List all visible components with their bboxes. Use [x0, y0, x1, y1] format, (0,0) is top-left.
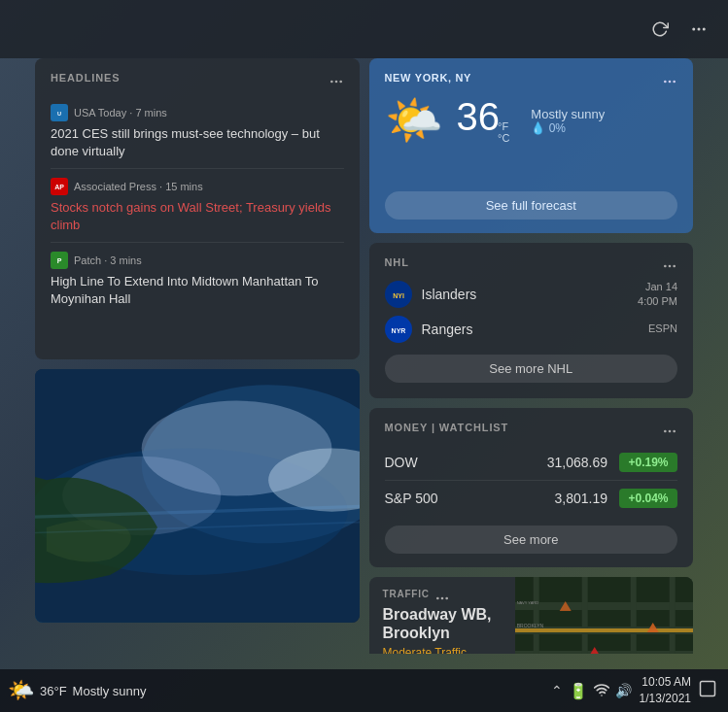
clock-date: 1/13/2021 — [640, 691, 691, 707]
source-name: Patch · 3 mins — [74, 254, 142, 266]
weather-condition: Mostly sunny — [531, 107, 605, 121]
taskbar-system-icons: ⌃ 🔋 🔊 — [551, 682, 632, 700]
image-news-card[interactable]: B Bloomberg · 6 mins As Polar Vortex Sti… — [35, 369, 360, 623]
headline-item[interactable]: U USA Today · 7 mins 2021 CES still brin… — [51, 95, 344, 169]
headline-text: High Line To Extend Into Midtown Manhatt… — [51, 273, 344, 307]
svg-text:NYR: NYR — [391, 327, 405, 334]
sp500-name: S&P 500 — [385, 491, 555, 506]
taskbar-left: 🌤️ 36°F Mostly sunny — [8, 678, 146, 703]
taskbar-weather-icon: 🌤️ — [8, 678, 34, 703]
svg-rect-50 — [701, 682, 715, 696]
weather-main: 🌤️ 36 °F °C Mostly sunny 💧 0% — [385, 93, 678, 148]
weather-temp: 36 — [457, 97, 501, 136]
svg-text:P: P — [57, 257, 62, 264]
svg-point-35 — [445, 597, 448, 600]
svg-point-2 — [703, 28, 706, 31]
svg-point-0 — [692, 28, 695, 31]
battery-icon: 🔋 — [569, 682, 588, 700]
team2-name: Rangers — [422, 322, 649, 337]
taskbar-temp: 36°F — [40, 684, 67, 698]
svg-point-24 — [669, 265, 672, 268]
clock-time: 10:05 AM — [640, 674, 691, 691]
headline-text: Stocks notch gains on Wall Street; Treas… — [51, 199, 344, 233]
headlines-title: HEADLINES — [51, 72, 344, 84]
money-card: MONEY | WATCHLIST DOW 31,068.69 +0.19% S… — [369, 408, 694, 567]
traffic-status: Moderate Traffic — [383, 646, 518, 654]
rangers-logo: NYR — [385, 316, 412, 343]
nhl-game-info: Jan 14 4:00 PM — [638, 280, 677, 310]
nhl-game: NYI Islanders Jan 14 4:00 PM NYR — [385, 280, 678, 343]
source-name: Associated Press · 15 mins — [74, 181, 203, 192]
wifi-icon — [594, 683, 609, 699]
weather-icon: 🌤️ — [385, 93, 443, 148]
svg-text:U: U — [57, 111, 61, 117]
svg-point-34 — [441, 597, 444, 600]
speaker-icon[interactable]: 🔊 — [615, 683, 632, 698]
svg-point-21 — [669, 81, 672, 84]
weather-location: NEW YORK, NY — [385, 72, 678, 84]
news-image — [35, 369, 360, 623]
source-name: USA Today · 7 mins — [74, 107, 167, 119]
refresh-button[interactable] — [646, 16, 674, 43]
svg-point-20 — [664, 81, 667, 84]
headline-item[interactable]: AP Associated Press · 15 mins Stocks not… — [51, 169, 344, 243]
chevron-up-icon[interactable]: ⌃ — [551, 683, 563, 698]
dow-value: 31,068.69 — [547, 455, 607, 470]
headline-item[interactable]: P Patch · 3 mins High Line To Extend Int… — [51, 243, 344, 316]
traffic-map: BROOKLYN NAVY YARD — [515, 577, 693, 654]
headline-text: 2021 CES still brings must-see technolog… — [51, 125, 344, 159]
svg-point-3 — [330, 81, 333, 84]
sp500-value: 3,801.19 — [555, 491, 608, 506]
svg-point-30 — [664, 430, 667, 433]
traffic-card: TRAFFIC Broadway WB, Brooklyn Moderate T… — [369, 577, 694, 654]
weather-menu[interactable] — [658, 70, 681, 93]
nhl-card: NHL NYI Islanders Jan 14 4:00 PM — [369, 243, 694, 398]
see-more-nhl-button[interactable]: See more NHL — [385, 355, 678, 383]
dow-name: DOW — [385, 455, 547, 470]
traffic-street: Broadway WB, Brooklyn — [383, 605, 518, 642]
taskbar-weather: 🌤️ 36°F Mostly sunny — [8, 678, 146, 703]
weather-card: NEW YORK, NY 🌤️ 36 °F °C Mostly sunny 💧 … — [369, 58, 694, 233]
taskbar-right: ⌃ 🔋 🔊 10:05 AM 1/13/2021 — [551, 674, 716, 707]
nhl-title: NHL — [385, 256, 678, 268]
svg-point-32 — [673, 430, 676, 433]
svg-point-5 — [339, 81, 342, 84]
money-title: MONEY | WATCHLIST — [385, 422, 678, 433]
headlines-card: HEADLINES U USA Today · 7 mins 2021 CES … — [35, 58, 360, 359]
dow-row: DOW 31,068.69 +0.19% — [385, 445, 678, 481]
dow-change: +0.19% — [619, 453, 677, 472]
source-logo-usatoday: U — [51, 104, 68, 121]
svg-point-25 — [673, 265, 676, 268]
svg-rect-36 — [515, 577, 693, 654]
traffic-info: TRAFFIC Broadway WB, Brooklyn Moderate T… — [369, 577, 532, 654]
islanders-logo: NYI — [385, 281, 412, 308]
svg-point-31 — [669, 430, 672, 433]
notification-button[interactable] — [699, 680, 716, 701]
traffic-menu[interactable] — [431, 587, 454, 610]
nhl-team2-row: NYR Rangers ESPN — [385, 316, 678, 343]
svg-point-1 — [698, 28, 701, 31]
top-bar — [0, 0, 728, 58]
svg-point-23 — [664, 265, 667, 268]
headlines-menu[interactable] — [325, 70, 348, 93]
nhl-team-row: NYI Islanders Jan 14 4:00 PM — [385, 280, 678, 310]
see-more-button[interactable]: See more — [385, 526, 678, 554]
weather-forecast-button[interactable]: See full forecast — [385, 191, 678, 220]
sp500-change: +0.04% — [619, 489, 677, 508]
sp500-row: S&P 500 3,801.19 +0.04% — [385, 481, 678, 516]
team1-name: Islanders — [422, 287, 639, 302]
taskbar-condition: Mostly sunny — [73, 684, 147, 698]
svg-point-4 — [334, 81, 337, 84]
more-options-button[interactable] — [685, 16, 712, 43]
taskbar-clock: 10:05 AM 1/13/2021 — [640, 674, 691, 707]
svg-point-33 — [436, 597, 439, 600]
svg-point-22 — [673, 81, 676, 84]
nhl-menu[interactable] — [658, 254, 681, 278]
source-logo-patch: P — [51, 252, 68, 269]
weather-unit: °F °C — [498, 120, 509, 144]
source-logo-ap: AP — [51, 178, 68, 195]
money-menu[interactable] — [658, 420, 681, 443]
svg-text:NYI: NYI — [393, 292, 404, 299]
taskbar: 🌤️ 36°F Mostly sunny ⌃ 🔋 🔊 10:05 AM 1/13… — [0, 669, 728, 712]
svg-text:BROOKLYN: BROOKLYN — [516, 623, 543, 628]
